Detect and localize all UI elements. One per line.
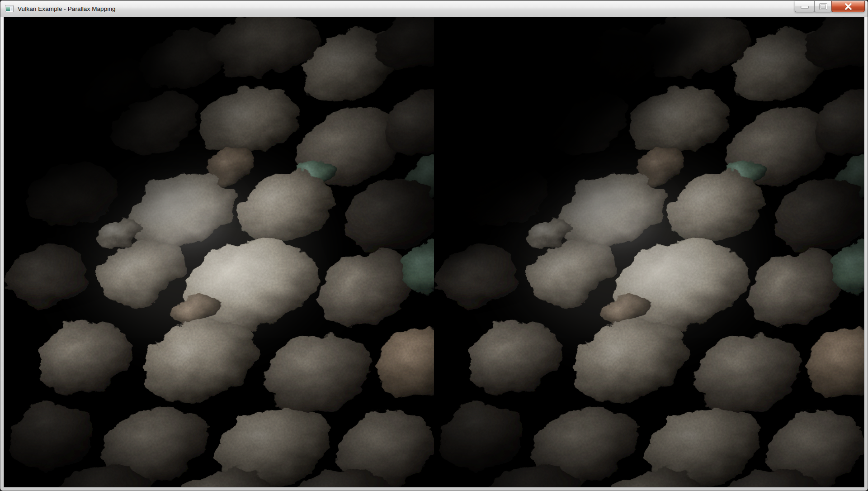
render-area: [4, 17, 864, 487]
maximize-button[interactable]: [814, 1, 832, 12]
window: Vulkan Example - Parallax Mapping: [0, 0, 868, 491]
window-title: Vulkan Example - Parallax Mapping: [18, 5, 116, 12]
maximize-icon: [820, 4, 827, 10]
title-bar[interactable]: Vulkan Example - Parallax Mapping: [0, 0, 868, 17]
viewport-left-render[interactable]: [4, 17, 434, 487]
rock-scene-left: [4, 17, 434, 487]
app-icon[interactable]: [5, 5, 14, 13]
minimize-icon: [801, 6, 809, 8]
close-button[interactable]: [831, 1, 865, 12]
viewport-right-render[interactable]: [434, 17, 864, 487]
rock-scene-right: [434, 17, 864, 487]
window-controls: [795, 1, 865, 12]
close-icon: [844, 3, 852, 10]
minimize-button[interactable]: [795, 1, 815, 12]
